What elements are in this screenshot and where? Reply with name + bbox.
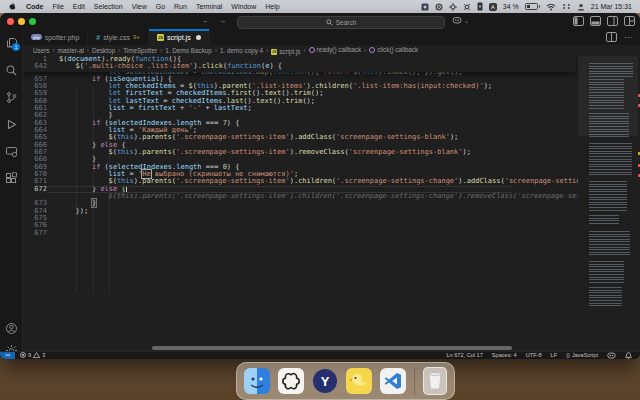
title-bar: ← → Search ⌄ xyxy=(0,13,640,30)
problems-indicator[interactable]: 9 3 xyxy=(20,352,45,358)
finder-dock-icon[interactable] xyxy=(244,368,270,394)
code-line-675: 675 xyxy=(23,215,576,222)
toggle-secondary-sidebar-icon[interactable] xyxy=(607,16,618,26)
minimap-code-block xyxy=(589,261,624,283)
command-center-search[interactable]: Search xyxy=(237,16,445,29)
breadcrumb-item[interactable]: click() callback xyxy=(369,46,418,53)
status-spaces[interactable]: Spaces: 4 xyxy=(492,352,517,358)
remote-explorer-icon[interactable] xyxy=(0,141,22,161)
breadcrumb-item[interactable]: master-al xyxy=(58,47,84,54)
menu-item-edit[interactable]: Edit xyxy=(73,3,85,10)
vscode-dock-icon[interactable] xyxy=(380,368,406,394)
more-actions-icon[interactable]: ⋯ xyxy=(624,33,633,42)
css-file-icon: # xyxy=(96,34,100,41)
status-copilot[interactable] xyxy=(607,352,616,359)
wifi-icon[interactable] xyxy=(546,3,556,11)
input-source-icon[interactable]: A xyxy=(489,3,497,11)
vscode-window: ← → Search ⌄ 1 xyxy=(0,13,640,359)
toggle-primary-sidebar-icon[interactable] xyxy=(573,16,584,26)
minimap-code-block xyxy=(589,79,624,109)
customize-layout-icon[interactable] xyxy=(624,16,635,26)
code-line-663: 663if (selectedIndexes.length === 7) { xyxy=(23,120,576,127)
chevron-down-icon: ⌄ xyxy=(464,17,469,24)
menu-item-code[interactable]: Code xyxy=(26,3,44,10)
menu-item-selection[interactable]: Selection xyxy=(94,3,123,10)
menu-item-run[interactable]: Run xyxy=(174,3,187,10)
split-editor-icon[interactable] xyxy=(606,32,617,42)
menu-item-go[interactable]: Go xyxy=(156,3,165,10)
apple-icon[interactable] xyxy=(8,2,16,12)
forward-arrow-icon[interactable]: → xyxy=(218,16,226,25)
menu-item-view[interactable]: View xyxy=(132,3,147,10)
chatgpt-dock-icon[interactable] xyxy=(278,368,304,394)
source-control-icon[interactable] xyxy=(0,87,22,107)
trash-dock-icon[interactable] xyxy=(423,367,447,395)
line-number: 677 xyxy=(23,230,47,237)
search-view-icon[interactable] xyxy=(0,60,22,80)
breadcrumb-separator: › xyxy=(304,47,306,54)
code-line-660: 660let lastText = checkedItems.last().te… xyxy=(23,98,576,105)
dirty-indicator[interactable] xyxy=(196,35,201,40)
desktop: CodeFileEditSelectionViewGoRunTerminalWi… xyxy=(0,0,640,400)
run-debug-icon[interactable] xyxy=(0,114,22,134)
copilot-menu-button[interactable]: ⌄ xyxy=(452,16,469,25)
menubar-chatgpt-icon[interactable] xyxy=(435,3,443,11)
breadcrumb-item[interactable]: JSscript.js xyxy=(271,48,300,55)
menubar-utility-icon[interactable] xyxy=(477,2,483,11)
cyberduck-dock-icon[interactable] xyxy=(346,368,372,394)
bell-icon[interactable] xyxy=(625,352,632,359)
code-line-673: 673} xyxy=(23,200,576,207)
tab-problems-badge: 9+ xyxy=(133,34,140,40)
copilot-icon[interactable] xyxy=(607,352,616,359)
tab-style.css[interactable]: #style.css9+ xyxy=(88,29,149,45)
zoom-window-button[interactable] xyxy=(29,18,36,25)
yandex-browser-dock-icon[interactable]: Y xyxy=(312,368,338,394)
remote-indicator[interactable]: >< xyxy=(0,352,15,360)
minimap[interactable] xyxy=(578,56,638,352)
code-editor[interactable]: let selectedIndexes = checkedItems.map(f… xyxy=(23,56,640,352)
copilot-icon xyxy=(452,16,462,25)
menubar-settings-icon[interactable] xyxy=(449,3,457,11)
tab-script.js[interactable]: JSscript.js xyxy=(149,29,210,45)
extensions-icon[interactable] xyxy=(0,168,22,188)
breadcrumb-item[interactable]: Users xyxy=(33,47,49,54)
tab-label: script.js xyxy=(167,34,191,41)
back-arrow-icon[interactable]: ← xyxy=(202,16,210,25)
control-center-icon[interactable] xyxy=(562,3,571,10)
menu-item-file[interactable]: File xyxy=(53,3,64,10)
search-placeholder: Search xyxy=(336,19,357,26)
status-ln[interactable]: Ln 672, Col 17 xyxy=(446,352,482,358)
status-lf[interactable]: LF xyxy=(551,352,558,358)
menubar-app-icon[interactable] xyxy=(421,3,429,11)
menu-item-window[interactable]: Window xyxy=(231,3,256,10)
status-javascript[interactable]: {}JavaScript xyxy=(566,352,598,358)
toggle-panel-icon[interactable] xyxy=(590,16,601,26)
search-icon xyxy=(326,19,333,26)
status-utf-8[interactable]: UTF-8 xyxy=(526,352,542,358)
breadcrumb[interactable]: Users›master-al›Desktop›TimeSpotter›1. D… xyxy=(23,45,640,56)
menu-item-terminal[interactable]: Terminal xyxy=(196,3,222,10)
minimize-window-button[interactable] xyxy=(18,18,25,25)
user-icon[interactable] xyxy=(577,3,585,11)
explorer-icon[interactable]: 1 xyxy=(0,32,22,52)
symbol-icon xyxy=(369,47,375,53)
breadcrumb-separator: › xyxy=(215,47,217,54)
menu-item-help[interactable]: Help xyxy=(265,3,279,10)
status-bell[interactable] xyxy=(625,352,632,359)
warning-count: 3 xyxy=(42,352,45,358)
breadcrumb-item[interactable]: TimeSpotter xyxy=(123,47,157,54)
breadcrumb-item[interactable]: 1. demo copy 4 xyxy=(220,47,263,54)
tab-spotter.php[interactable]: phpspotter.php xyxy=(23,29,88,45)
tab-bar: phpspotter.php#style.css9+JSscript.js ⋯ xyxy=(23,29,640,45)
horizontal-scrollbar[interactable] xyxy=(152,346,512,350)
breadcrumb-item[interactable]: 1. Demo Backup xyxy=(165,47,212,54)
accounts-icon[interactable] xyxy=(0,318,22,338)
code-line-674: 674}); xyxy=(23,208,576,215)
status-bar: >< 9 3 Ln 672, Col 17Spaces: 4UTF-8LF{}J… xyxy=(0,351,640,360)
battery-icon xyxy=(525,3,540,10)
breadcrumb-item[interactable]: ready() callback xyxy=(309,46,361,53)
close-window-button[interactable] xyxy=(7,18,14,25)
menubar-gear-icon[interactable] xyxy=(463,3,471,11)
menubar-clock[interactable]: 21 Mar 15:31 xyxy=(591,3,632,10)
breadcrumb-item[interactable]: Desktop xyxy=(92,47,115,54)
